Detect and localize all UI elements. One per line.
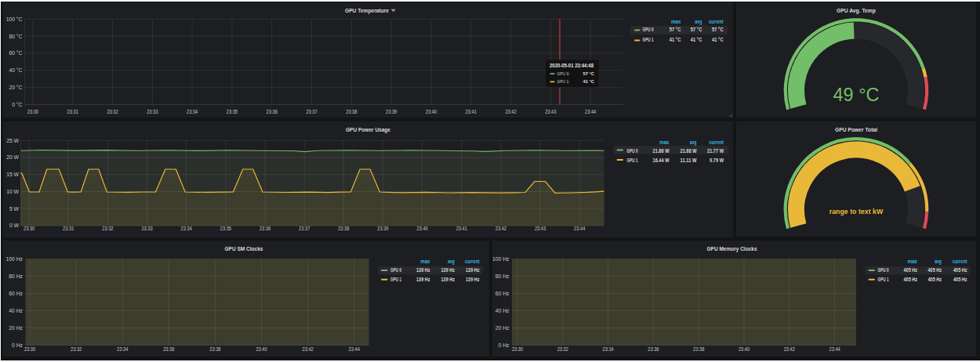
svg-text:20 W: 20 W <box>6 154 19 160</box>
svg-text:60 Hz: 60 Hz <box>9 290 23 295</box>
svg-text:23:36: 23:36 <box>259 226 270 231</box>
svg-text:23:36: 23:36 <box>163 346 174 351</box>
svg-text:23:42: 23:42 <box>302 346 313 351</box>
svg-text:23:40: 23:40 <box>256 346 267 351</box>
svg-text:max: max <box>659 139 669 144</box>
svg-text:49 °C: 49 °C <box>833 85 879 105</box>
svg-text:23:38: 23:38 <box>346 109 357 114</box>
svg-text:23:42: 23:42 <box>784 346 795 351</box>
svg-text:40 Hz: 40 Hz <box>495 307 510 313</box>
svg-text:0 W: 0 W <box>9 223 19 228</box>
svg-text:60 Hz: 60 Hz <box>495 290 510 295</box>
svg-text:405 Hz: 405 Hz <box>904 267 918 273</box>
svg-text:80 Hz: 80 Hz <box>495 273 510 278</box>
svg-text:57 °C: 57 °C <box>690 27 702 32</box>
svg-text:0 Hz: 0 Hz <box>12 342 24 347</box>
svg-text:0 Hz: 0 Hz <box>499 342 510 347</box>
svg-text:139 Hz: 139 Hz <box>416 277 430 282</box>
svg-text:2020-05-01 23:44:48: 2020-05-01 23:44:48 <box>550 63 593 68</box>
svg-text:0 °C: 0 °C <box>12 102 22 107</box>
svg-text:23:42: 23:42 <box>505 109 516 114</box>
svg-text:avg: avg <box>695 19 702 25</box>
svg-text:current: current <box>465 259 480 264</box>
svg-text:23:34: 23:34 <box>603 346 614 351</box>
svg-text:41 °C: 41 °C <box>583 78 594 84</box>
svg-text:20 °C: 20 °C <box>9 85 22 90</box>
svg-text:GPU 1: GPU 1 <box>878 277 889 282</box>
svg-text:current: current <box>709 139 724 144</box>
svg-text:100 Hz: 100 Hz <box>492 255 510 261</box>
svg-text:23:31: 23:31 <box>67 109 78 114</box>
svg-text:23:40: 23:40 <box>416 226 427 231</box>
svg-text:41 °C: 41 °C <box>712 37 724 42</box>
svg-text:23:44: 23:44 <box>348 346 359 351</box>
svg-text:100 Hz: 100 Hz <box>5 255 23 261</box>
svg-text:405 Hz: 405 Hz <box>928 277 942 282</box>
svg-text:23:44: 23:44 <box>585 109 596 114</box>
svg-text:GPU 1: GPU 1 <box>626 157 637 162</box>
svg-text:21.77 W: 21.77 W <box>707 147 724 153</box>
svg-text:GPU 0: GPU 0 <box>626 147 637 153</box>
svg-text:23:33: 23:33 <box>141 226 152 231</box>
svg-text:23:31: 23:31 <box>63 226 74 231</box>
svg-text:23:42: 23:42 <box>495 226 506 231</box>
svg-text:GPU 0: GPU 0 <box>390 267 401 273</box>
svg-text:avg: avg <box>689 139 696 145</box>
svg-text:139 Hz: 139 Hz <box>441 277 455 282</box>
svg-text:405 Hz: 405 Hz <box>904 277 918 282</box>
svg-text:405 Hz: 405 Hz <box>953 277 967 282</box>
svg-text:23:38: 23:38 <box>693 346 704 351</box>
svg-text:80 °C: 80 °C <box>9 34 22 39</box>
svg-text:41 °C: 41 °C <box>690 37 702 42</box>
svg-text:405 Hz: 405 Hz <box>953 267 967 273</box>
svg-text:80 Hz: 80 Hz <box>9 273 23 278</box>
svg-text:57 °C: 57 °C <box>669 27 681 32</box>
svg-text:23:36: 23:36 <box>266 109 277 114</box>
svg-text:60 °C: 60 °C <box>9 50 22 56</box>
svg-text:23:32: 23:32 <box>102 226 113 231</box>
svg-text:max: max <box>420 259 430 264</box>
svg-text:40 °C: 40 °C <box>9 67 22 73</box>
svg-text:avg: avg <box>448 259 455 265</box>
svg-text:23:35: 23:35 <box>220 226 230 231</box>
svg-text:GPU 0: GPU 0 <box>642 27 653 32</box>
svg-text:23:34: 23:34 <box>180 226 191 231</box>
svg-text:57 °C: 57 °C <box>583 71 594 76</box>
svg-text:23:30: 23:30 <box>24 226 34 231</box>
svg-text:range to text kW: range to text kW <box>829 208 884 215</box>
svg-text:GPU Memory Clocks: GPU Memory Clocks <box>707 244 757 252</box>
svg-text:405 Hz: 405 Hz <box>928 267 942 273</box>
svg-text:9.79 W: 9.79 W <box>710 157 724 162</box>
svg-text:GPU Avg. Temp: GPU Avg. Temp <box>837 7 876 14</box>
svg-text:139 Hz: 139 Hz <box>466 277 480 282</box>
svg-text:139 Hz: 139 Hz <box>466 267 480 273</box>
svg-text:GPU Power Usage: GPU Power Usage <box>346 125 390 132</box>
svg-text:23:36: 23:36 <box>648 346 659 351</box>
svg-text:139 Hz: 139 Hz <box>441 267 455 273</box>
svg-text:40 Hz: 40 Hz <box>9 307 23 313</box>
svg-text:21.86 W: 21.86 W <box>652 147 669 153</box>
svg-text:23:30: 23:30 <box>27 109 38 114</box>
svg-text:23:38: 23:38 <box>209 346 220 351</box>
svg-text:23:33: 23:33 <box>147 109 158 114</box>
svg-text:23:30: 23:30 <box>24 346 34 351</box>
svg-text:23:40: 23:40 <box>739 346 750 351</box>
svg-text:11.11 W: 11.11 W <box>680 157 696 162</box>
svg-text:41 °C: 41 °C <box>669 37 681 42</box>
svg-text:current: current <box>953 259 967 264</box>
svg-text:23:35: 23:35 <box>226 109 237 114</box>
svg-text:GPU 1:: GPU 1: <box>557 78 569 84</box>
svg-text:23:43: 23:43 <box>545 109 556 114</box>
svg-text:25 W: 25 W <box>6 137 19 143</box>
svg-text:23:34: 23:34 <box>117 346 128 351</box>
svg-text:GPU 1: GPU 1 <box>642 37 653 42</box>
svg-text:23:41: 23:41 <box>465 109 476 114</box>
svg-text:23:30: 23:30 <box>512 346 523 351</box>
svg-text:23:41: 23:41 <box>456 226 466 231</box>
svg-text:23:34: 23:34 <box>187 109 198 114</box>
svg-text:23:38: 23:38 <box>338 226 349 231</box>
svg-text:max: max <box>671 19 681 24</box>
svg-text:5 W: 5 W <box>9 205 19 211</box>
svg-text:100 °C: 100 °C <box>5 16 22 22</box>
svg-text:23:37: 23:37 <box>306 109 317 114</box>
